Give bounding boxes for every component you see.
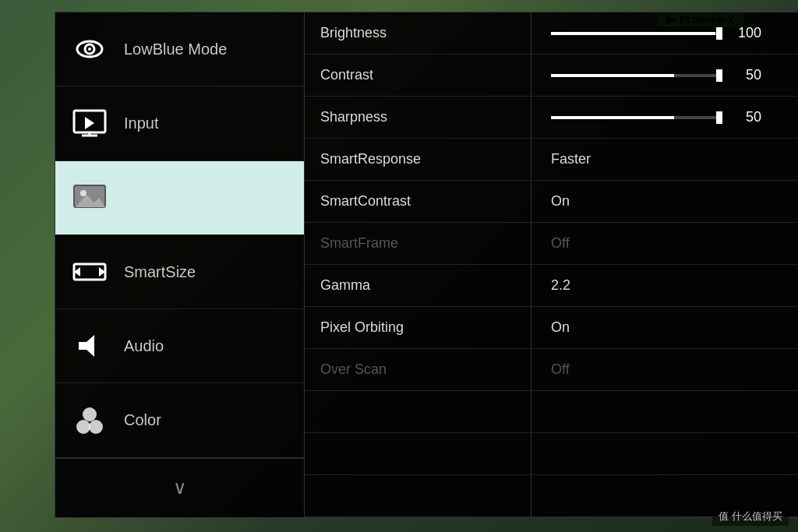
value-gamma[interactable]: 2.2 [531,277,798,294]
slider-fill-sharpness [551,116,674,119]
smartsize-icon [71,253,108,291]
separator [531,391,531,432]
separator [531,475,531,516]
slider-thumb-contrast [716,69,722,82]
audio-icon [71,327,108,365]
label-smartcontrast: SmartContrast [305,193,531,210]
label-smartframe: SmartFrame [305,235,531,252]
content-area: Brightness 100 Contrast [305,12,798,517]
eye-icon [71,30,108,68]
row-brightness: Brightness 100 [305,12,798,55]
svg-point-15 [76,420,90,434]
value-pixelorbiting[interactable]: On [531,319,798,336]
separator [531,433,531,474]
slider-fill-contrast [551,74,674,77]
svg-point-8 [80,190,87,196]
row-smartframe: SmartFrame Off [305,223,798,265]
svg-point-14 [83,407,97,421]
chevron-down-icon: ∨ [173,477,187,499]
sidebar-item-color[interactable]: Color [55,383,304,457]
sidebar-label-lowblue: LowBlue Mode [124,41,227,58]
num-contrast: 50 [730,67,761,83]
row-empty1 [305,391,798,433]
svg-point-2 [88,48,91,51]
row-smartcontrast: SmartContrast On [305,181,798,223]
value-overscan: Off [531,361,798,378]
sidebar-item-picture[interactable] [55,161,304,235]
value-smartcontrast[interactable]: On [531,193,798,210]
value-contrast: 50 [531,67,798,83]
slider-sharpness[interactable] [551,116,722,119]
row-gamma: Gamma 2.2 [305,265,798,307]
num-brightness: 100 [730,25,761,41]
sidebar-item-input[interactable]: Input [55,86,304,160]
label-sharpness: Sharpness [305,109,531,125]
slider-thumb-brightness [716,27,722,40]
picture-icon [71,179,108,217]
sidebar-label-smartsize: SmartSize [124,263,196,281]
label-contrast: Contrast [305,67,531,83]
input-icon [71,104,108,142]
slider-fill-brightness [551,32,715,35]
slider-thumb-sharpness [716,111,722,124]
sidebar-item-smartsize[interactable]: SmartSize [55,235,304,309]
row-pixelorbiting: Pixel Orbiting On [305,307,798,349]
label-overscan: Over Scan [305,361,531,378]
sidebar: LowBlue Mode Input [55,12,305,517]
row-sharpness: Sharpness 50 [305,97,798,139]
svg-marker-13 [79,335,94,357]
num-sharpness: 50 [730,109,761,125]
row-contrast: Contrast 50 [305,55,798,97]
row-overscan: Over Scan Off [305,349,798,391]
svg-point-16 [89,420,103,434]
label-pixelorbiting: Pixel Orbiting [305,319,531,336]
sidebar-label-color: Color [124,411,161,429]
sidebar-label-input: Input [124,115,158,132]
value-sharpness: 50 [531,109,798,125]
label-brightness: Brightness [305,25,531,41]
value-brightness: 100 [531,25,798,41]
sidebar-item-lowblue[interactable]: LowBlue Mode [55,12,304,86]
sidebar-label-audio: Audio [124,337,164,355]
label-smartresponse: SmartResponse [305,151,531,167]
value-smartframe: Off [531,235,798,252]
sidebar-item-audio[interactable]: Audio [55,309,304,383]
watermark: 值 什么值得买 [712,507,789,526]
slider-brightness[interactable] [551,32,722,35]
color-icon [71,402,108,439]
sidebar-more[interactable]: ∨ [55,458,304,517]
slider-contrast[interactable] [551,74,722,77]
row-smartresponse: SmartResponse Faster [305,139,798,181]
value-smartresponse[interactable]: Faster [531,151,798,167]
label-gamma: Gamma [305,277,531,294]
menu-container: LowBlue Mode Input [55,12,798,518]
svg-marker-6 [85,117,94,129]
row-empty2 [305,433,798,475]
